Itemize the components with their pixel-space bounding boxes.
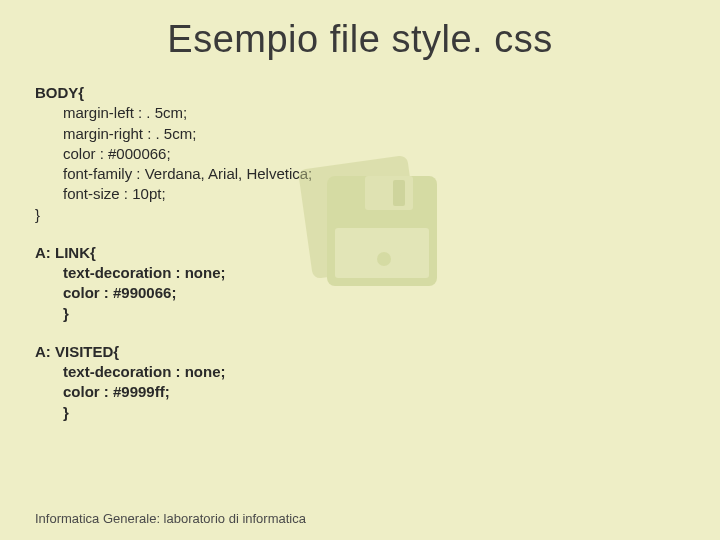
slide-footer: Informatica Generale: laboratorio di inf…: [35, 511, 306, 526]
avisited-color: color : #9999ff;: [35, 382, 685, 402]
avisited-close-brace: }: [35, 403, 685, 423]
floppy-disk-icon: [305, 162, 445, 302]
avisited-text-decoration: text-decoration : none;: [35, 362, 685, 382]
slide: Esempio file style. css BODY{ margin-lef…: [0, 0, 720, 540]
slide-title: Esempio file style. css: [35, 18, 685, 61]
body-margin-right: margin-right : . 5cm;: [35, 124, 685, 144]
body-selector: BODY{: [35, 83, 685, 103]
body-margin-left: margin-left : . 5cm;: [35, 103, 685, 123]
alink-close-brace: }: [35, 304, 685, 324]
avisited-selector: A: VISITED{: [35, 342, 685, 362]
